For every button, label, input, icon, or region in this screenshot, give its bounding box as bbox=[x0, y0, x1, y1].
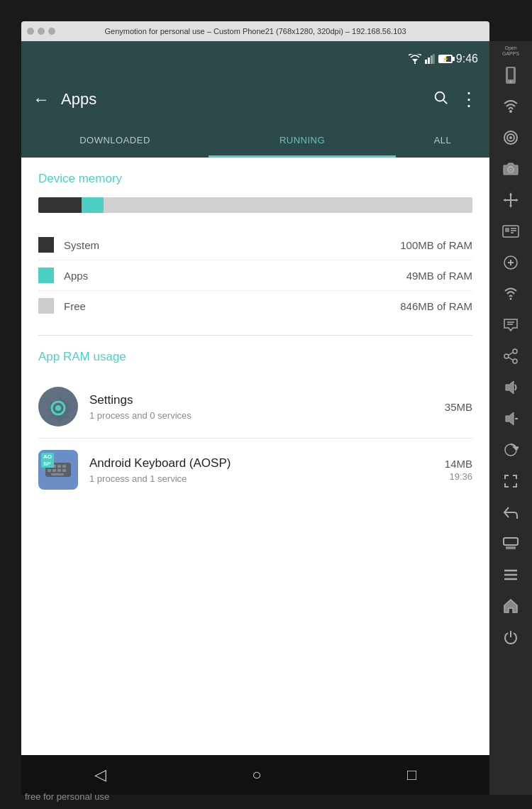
section-divider bbox=[38, 335, 472, 336]
memory-item-free: Free 846MB of RAM bbox=[38, 291, 472, 321]
svg-point-24 bbox=[509, 110, 512, 113]
svg-marker-31 bbox=[509, 205, 512, 208]
back-button[interactable]: ← bbox=[33, 89, 50, 109]
sidebar-back[interactable] bbox=[494, 497, 528, 527]
free-label: Free bbox=[64, 300, 400, 312]
svg-point-45 bbox=[513, 349, 517, 353]
svg-point-6 bbox=[436, 92, 445, 101]
status-bar: ⚡ 9:46 bbox=[21, 41, 489, 77]
svg-point-46 bbox=[504, 354, 509, 358]
nav-bar: ◁ ○ □ bbox=[21, 755, 489, 795]
maximize-dot[interactable] bbox=[48, 28, 55, 35]
sidebar-fullscreen[interactable] bbox=[494, 466, 528, 496]
sidebar-camera[interactable] bbox=[494, 154, 528, 184]
sidebar-volume-up[interactable] bbox=[494, 248, 528, 277]
keyboard-app-time: 19:36 bbox=[449, 471, 472, 482]
sidebar-home[interactable] bbox=[494, 591, 528, 621]
more-button[interactable]: ⋮ bbox=[460, 90, 478, 109]
sidebar-rotate[interactable] bbox=[494, 435, 528, 465]
app-bar-title: Apps bbox=[61, 90, 421, 109]
svg-marker-54 bbox=[514, 447, 519, 450]
svg-rect-22 bbox=[508, 68, 514, 79]
svg-point-23 bbox=[510, 81, 512, 83]
keyboard-app-meta: 14MB 19:36 bbox=[445, 458, 472, 483]
sidebar-menu[interactable] bbox=[494, 560, 528, 590]
svg-rect-17 bbox=[52, 469, 56, 472]
svg-marker-33 bbox=[516, 199, 519, 202]
app-ram-title: App RAM usage bbox=[38, 350, 472, 364]
tab-downloaded[interactable]: DOWNLOADED bbox=[21, 122, 209, 158]
apps-value: 49MB of RAM bbox=[406, 270, 472, 282]
settings-app-icon bbox=[38, 387, 78, 426]
free-value: 846MB of RAM bbox=[400, 300, 472, 312]
svg-rect-15 bbox=[62, 465, 66, 468]
nav-recents-button[interactable]: □ bbox=[407, 766, 416, 784]
memory-bar bbox=[38, 197, 472, 213]
open-gapps-label[interactable]: OpenGAPPS bbox=[502, 45, 519, 56]
title-bar: Genymotion for personal use – Custom Pho… bbox=[21, 21, 489, 41]
svg-rect-16 bbox=[48, 469, 51, 472]
sidebar-message[interactable] bbox=[494, 310, 528, 340]
app-bar: ← Apps ⋮ bbox=[21, 77, 489, 122]
settings-app-desc: 1 process and 0 services bbox=[89, 410, 445, 421]
svg-rect-4 bbox=[431, 55, 433, 64]
svg-line-49 bbox=[509, 358, 513, 361]
status-time: 9:46 bbox=[456, 53, 478, 65]
sidebar-vol-up2[interactable] bbox=[494, 373, 528, 402]
svg-marker-32 bbox=[503, 199, 506, 202]
keyboard-app-name: Android Keyboard (AOSP) bbox=[89, 456, 445, 470]
settings-app-name: Settings bbox=[89, 393, 445, 407]
tab-running[interactable]: RUNNING bbox=[209, 122, 396, 158]
svg-line-7 bbox=[443, 100, 447, 104]
svg-point-47 bbox=[513, 359, 517, 363]
svg-marker-0 bbox=[412, 59, 418, 62]
svg-point-10 bbox=[55, 405, 61, 411]
sidebar-power[interactable] bbox=[494, 622, 528, 652]
sidebar-recents[interactable] bbox=[494, 529, 528, 558]
svg-rect-5 bbox=[433, 54, 435, 64]
sidebar-target[interactable] bbox=[494, 123, 528, 153]
close-dot[interactable] bbox=[27, 28, 34, 35]
sidebar-wifi[interactable] bbox=[494, 92, 528, 121]
system-color-swatch bbox=[38, 237, 54, 253]
tabs-bar: DOWNLOADED RUNNING ALL bbox=[21, 122, 489, 158]
settings-app-size: 35MB bbox=[445, 401, 472, 413]
sidebar-share[interactable] bbox=[494, 341, 528, 371]
svg-line-48 bbox=[509, 353, 513, 356]
search-button[interactable] bbox=[433, 89, 448, 109]
svg-rect-19 bbox=[62, 469, 66, 472]
keyboard-app-size: 14MB bbox=[445, 458, 472, 470]
settings-gear-icon bbox=[38, 387, 78, 426]
nav-home-button[interactable]: ○ bbox=[252, 766, 261, 784]
nav-back-button[interactable]: ◁ bbox=[94, 766, 106, 784]
tab-all[interactable]: ALL bbox=[396, 122, 489, 158]
window-controls bbox=[27, 28, 55, 35]
open-gapps-area: OpenGAPPS bbox=[502, 45, 519, 59]
device-memory-title: Device memory bbox=[38, 172, 472, 186]
system-value: 100MB of RAM bbox=[400, 239, 472, 251]
sidebar-wifi2[interactable] bbox=[494, 279, 528, 309]
svg-rect-56 bbox=[506, 546, 516, 549]
window-title: Genymotion for personal use – Custom Pho… bbox=[104, 27, 406, 35]
wifi-status-icon bbox=[409, 54, 421, 64]
system-label: System bbox=[64, 239, 400, 251]
svg-point-29 bbox=[510, 169, 512, 171]
svg-rect-20 bbox=[51, 473, 64, 475]
sidebar-move[interactable] bbox=[494, 185, 528, 215]
keyboard-app-info: Android Keyboard (AOSP) 1 process and 1 … bbox=[89, 456, 445, 484]
svg-marker-50 bbox=[506, 381, 514, 394]
svg-rect-55 bbox=[504, 538, 518, 545]
sidebar-phone[interactable] bbox=[494, 60, 528, 90]
status-icons: ⚡ 9:46 bbox=[409, 53, 478, 65]
sidebar-id[interactable] bbox=[494, 216, 528, 246]
sidebar-vol-down[interactable] bbox=[494, 404, 528, 434]
keyboard-icon: AOSP bbox=[38, 450, 78, 490]
memory-item-apps: Apps 49MB of RAM bbox=[38, 260, 472, 291]
settings-app-item[interactable]: Settings 1 process and 0 services 35MB bbox=[38, 375, 472, 439]
signal-status-icon bbox=[425, 54, 435, 64]
memory-bar-apps bbox=[82, 197, 104, 213]
keyboard-app-item[interactable]: AOSP bbox=[38, 439, 472, 501]
minimize-dot[interactable] bbox=[38, 28, 45, 35]
svg-rect-14 bbox=[57, 465, 61, 468]
settings-app-info: Settings 1 process and 0 services bbox=[89, 393, 445, 421]
